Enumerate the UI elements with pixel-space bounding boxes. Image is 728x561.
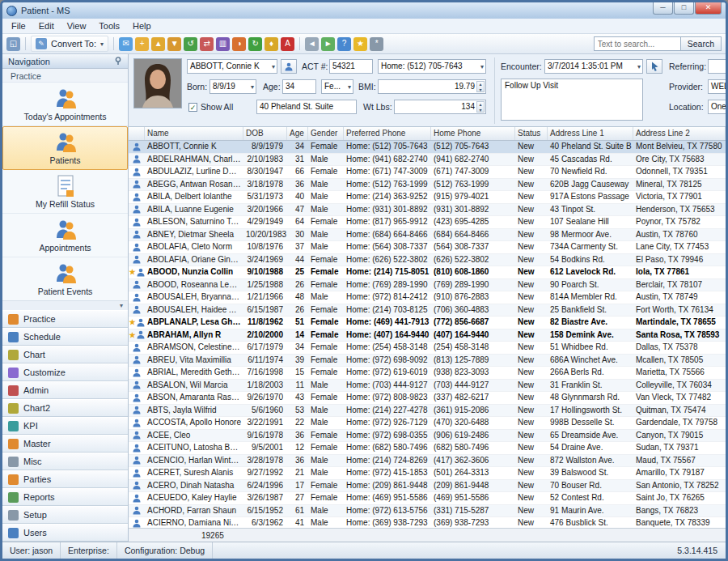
weight-input[interactable]: 134▴▾ bbox=[394, 100, 486, 114]
pdf-icon[interactable]: A bbox=[281, 37, 294, 51]
patient-row[interactable]: ACIERNO, Damiana Nicolas6/3/196241MaleHo… bbox=[129, 517, 726, 528]
column-header-address-line-1[interactable]: Address Line 1 bbox=[548, 127, 633, 140]
pin-icon[interactable] bbox=[114, 57, 122, 66]
close-button[interactable]: ✕ bbox=[695, 2, 722, 15]
nav-button-admin[interactable]: Admin bbox=[2, 381, 128, 399]
age-input[interactable]: 34 bbox=[282, 79, 316, 94]
patient-row[interactable]: ABTS, Jayla Wilfrid5/6/196053MaleHome: (… bbox=[129, 405, 726, 418]
patient-row[interactable]: ABOUSALEH, Bryanna Shaw...1/21/196648Mal… bbox=[129, 291, 726, 304]
menu-edit[interactable]: Edit bbox=[32, 19, 61, 32]
patient-row[interactable]: ABOOD, Roseanna Leberecht1/25/198826Fema… bbox=[129, 279, 726, 292]
spinner-icon[interactable]: ▴▾ bbox=[476, 101, 485, 113]
address-field[interactable]: 40 Pheland St. Suite bbox=[256, 100, 357, 114]
patient-row[interactable]: ABREU, Vita Maximillia6/11/197439FemaleH… bbox=[129, 355, 726, 368]
patient-row[interactable]: ABILA, Luanne Eugenie3/20/196647MaleHome… bbox=[129, 204, 726, 217]
patient-row[interactable]: ABLESON, Saturnino Tommaso4/29/194964Fem… bbox=[129, 216, 726, 229]
patient-row[interactable]: ABSALON, Wil Marcia1/18/200311MaleHome: … bbox=[129, 380, 726, 393]
sidebar-item-today-s-appointments[interactable]: Today's Appointments bbox=[2, 83, 128, 126]
location-combo[interactable]: One Healthcare ... bbox=[708, 100, 728, 114]
convert-to-combo[interactable]: ✎ Convert To: ▾ bbox=[31, 36, 108, 52]
sidebar-item-patients[interactable]: Patients bbox=[2, 126, 128, 170]
menu-tools[interactable]: Tools bbox=[92, 19, 126, 32]
patient-row[interactable]: ★ABOOD, Nunzia Collin9/10/198825FemaleHo… bbox=[129, 266, 726, 279]
reset-layout-icon[interactable]: ◱ bbox=[6, 37, 20, 51]
patient-row[interactable]: ABSON, Amaranta Raschelle9/26/197043Fema… bbox=[129, 392, 726, 405]
nav-button-customize[interactable]: Customize bbox=[2, 363, 128, 381]
patient-row[interactable]: ACEE, Cleo9/16/197836FemaleHome: (972) 6… bbox=[129, 430, 726, 443]
patient-row[interactable]: ★ABPLANALP, Lesa Ghislain11/8/196251Fema… bbox=[129, 317, 726, 329]
open-folder-icon[interactable]: ▲ bbox=[151, 37, 165, 51]
minimize-button[interactable]: ─ bbox=[653, 2, 673, 15]
patient-row[interactable]: ABDELRAHMAN, Charles Anitra2/10/198331Ma… bbox=[129, 154, 726, 167]
nav-scroll-down[interactable]: ▾ bbox=[2, 300, 128, 310]
patient-row[interactable]: ★ABRAHAM, Allyn R2/10/200014FemaleHome: … bbox=[129, 329, 726, 342]
column-header-age[interactable]: Age bbox=[287, 127, 308, 140]
transfer-icon[interactable]: ⇄ bbox=[200, 37, 214, 51]
column-header-home-phone[interactable]: Home Phone bbox=[431, 127, 515, 140]
column-header-preferred-phone[interactable]: Preferred Phone bbox=[344, 127, 431, 140]
column-header-name[interactable]: Name bbox=[145, 127, 243, 140]
nav-button-practice[interactable]: Practice bbox=[2, 310, 128, 328]
nav-button-schedule[interactable]: Schedule bbox=[2, 328, 128, 346]
act-input[interactable]: 54321 bbox=[329, 59, 373, 74]
patient-row[interactable]: ACERO, Dinah Natasha6/24/199617FemaleHom… bbox=[129, 480, 726, 493]
encounter-pointer-button[interactable] bbox=[646, 59, 662, 74]
forward-icon[interactable]: ► bbox=[321, 37, 335, 51]
provider-combo[interactable]: WELBY, Marcus B bbox=[708, 79, 728, 94]
patient-row[interactable]: ABRAMSON, Celestine Maudie6/17/197934Fem… bbox=[129, 342, 726, 355]
patient-row[interactable]: ABOUSALEH, Haidee Alanna6/15/198726Femal… bbox=[129, 304, 726, 317]
patient-info-button[interactable] bbox=[281, 59, 297, 74]
sidebar-item-patient-events[interactable]: Patient Events bbox=[2, 257, 128, 300]
nav-button-kpi[interactable]: KPI bbox=[2, 417, 128, 435]
patient-row[interactable]: ABDULAZIZ, Lurline Davion8/30/194766Fema… bbox=[129, 166, 726, 179]
patient-select-combo[interactable]: ABBOTT, Connie K bbox=[187, 59, 277, 74]
nav-button-master[interactable]: Master bbox=[2, 435, 128, 453]
patient-row[interactable]: ABOLAFIA, Oriane Ginger3/24/196944Female… bbox=[129, 254, 726, 267]
back-icon[interactable]: ◄ bbox=[305, 37, 319, 51]
patient-row[interactable]: ABOLAFIA, Cleto Norm10/8/197637MaleHome:… bbox=[129, 241, 726, 254]
column-header-status[interactable]: Status bbox=[515, 127, 548, 140]
patient-row[interactable]: ACEITUNO, Latosha Basant9/5/200112Female… bbox=[129, 442, 726, 455]
color-icon[interactable]: ◑ bbox=[232, 37, 246, 51]
column-header-icon[interactable] bbox=[129, 127, 145, 140]
born-date-input[interactable]: 8/9/19 bbox=[210, 79, 256, 94]
patient-row[interactable]: ABEGG, Antwan Rosanne3/18/197836MaleHome… bbox=[129, 179, 726, 192]
patient-row[interactable]: ACEUEDO, Kaley Haylie3/26/198727FemaleHo… bbox=[129, 492, 726, 505]
encounter-combo[interactable]: 3/7/2014 1:35:01 PM bbox=[544, 59, 643, 74]
patient-row[interactable]: ACCOSTA, Apollo Honore3/22/199122MaleHom… bbox=[129, 417, 726, 430]
nav-button-misc[interactable]: Misc bbox=[2, 453, 128, 470]
show-all-checkbox[interactable]: ✓ Show All bbox=[188, 102, 233, 112]
nav-button-users[interactable]: Users bbox=[2, 524, 128, 542]
sync-icon[interactable]: ↺ bbox=[184, 37, 197, 51]
nav-button-chart[interactable]: Chart bbox=[2, 346, 128, 363]
search-button[interactable]: Search bbox=[681, 36, 722, 51]
favorites-icon[interactable]: ★ bbox=[353, 37, 367, 51]
nav-button-reports[interactable]: Reports bbox=[2, 488, 128, 506]
settings-icon[interactable]: * bbox=[370, 37, 383, 51]
menu-file[interactable]: File bbox=[5, 19, 32, 32]
comment-icon[interactable]: ✉ bbox=[119, 37, 133, 51]
bmi-input[interactable]: 19.79▴▾ bbox=[378, 79, 486, 94]
column-header-address-line-2[interactable]: Address Line 2 bbox=[633, 127, 726, 140]
referring-combo[interactable] bbox=[708, 59, 728, 74]
menu-help[interactable]: Help bbox=[126, 19, 158, 32]
patient-row[interactable]: ACHORD, Farran Shaun6/15/195261MaleHome:… bbox=[129, 505, 726, 518]
key-icon[interactable]: ♦ bbox=[265, 37, 278, 51]
help-icon[interactable]: ? bbox=[337, 37, 351, 51]
column-header-dob[interactable]: DOB bbox=[243, 127, 287, 140]
import-folder-icon[interactable]: ▼ bbox=[167, 37, 181, 51]
preferred-phone-combo[interactable]: Home: (512) 705-7643 bbox=[378, 59, 486, 74]
nav-button-chart2[interactable]: Chart2 bbox=[2, 399, 128, 417]
patient-row[interactable]: ABRIAL, Meredith Gethsemane7/16/199815Fe… bbox=[129, 367, 726, 380]
refresh-icon[interactable]: ↻ bbox=[248, 37, 262, 51]
nav-button-parties[interactable]: Parties bbox=[2, 470, 128, 488]
patient-row[interactable]: ABILA, Delbert Iolanthe5/31/197340MaleHo… bbox=[129, 191, 726, 204]
encounter-note[interactable]: Follow Up Visit bbox=[501, 79, 643, 121]
maximize-button[interactable]: □ bbox=[674, 2, 694, 15]
patient-row[interactable]: ABBOTT, Connie K8/9/197934FemaleHome: (5… bbox=[129, 141, 726, 154]
column-header-gender[interactable]: Gender bbox=[308, 127, 344, 140]
patient-row[interactable]: ABNEY, Dietmar Sheela10/20/198330MaleHom… bbox=[129, 229, 726, 242]
new-folder-icon[interactable]: + bbox=[135, 37, 149, 51]
menu-view[interactable]: View bbox=[61, 19, 93, 32]
sidebar-item-my-refill-status[interactable]: My Refill Status bbox=[2, 170, 128, 214]
